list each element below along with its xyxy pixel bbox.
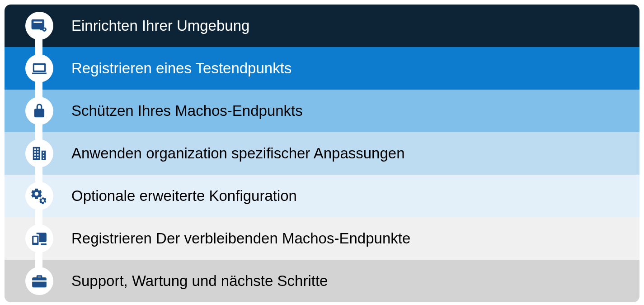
server-key-icon [25, 12, 53, 40]
step-item-6[interactable]: Registrieren Der verbleibenden Machos-En… [5, 217, 639, 260]
step-item-2[interactable]: Registrieren eines Testendpunkts [5, 47, 639, 90]
gears-icon [25, 182, 53, 210]
step-label: Einrichten Ihrer Umgebung [71, 17, 249, 34]
step-label: Registrieren eines Testendpunkts [71, 60, 291, 77]
step-label: Registrieren Der verbleibenden Machos-En… [71, 230, 410, 247]
step-label: Optionale erweiterte Konfiguration [71, 187, 297, 205]
briefcase-icon [25, 267, 53, 295]
step-label: Anwenden organization spezifischer Anpas… [71, 145, 405, 162]
step-item-1[interactable]: Einrichten Ihrer Umgebung [5, 5, 639, 47]
step-item-7[interactable]: Support, Wartung und nächste Schritte [5, 260, 639, 302]
lock-icon [25, 97, 53, 125]
step-item-5[interactable]: Optionale erweiterte Konfiguration [5, 175, 639, 217]
laptop-icon [25, 54, 53, 82]
step-item-3[interactable]: Schützen Ihres Machos-Endpunkts [5, 90, 639, 132]
deployment-steps-list: Einrichten Ihrer Umgebung Registrieren e… [5, 5, 639, 302]
step-label: Support, Wartung und nächste Schritte [71, 272, 328, 290]
building-icon [25, 139, 53, 167]
step-item-4[interactable]: Anwenden organization spezifischer Anpas… [5, 132, 639, 175]
step-label: Schützen Ihres Machos-Endpunkts [71, 102, 303, 119]
devices-icon [25, 224, 53, 253]
